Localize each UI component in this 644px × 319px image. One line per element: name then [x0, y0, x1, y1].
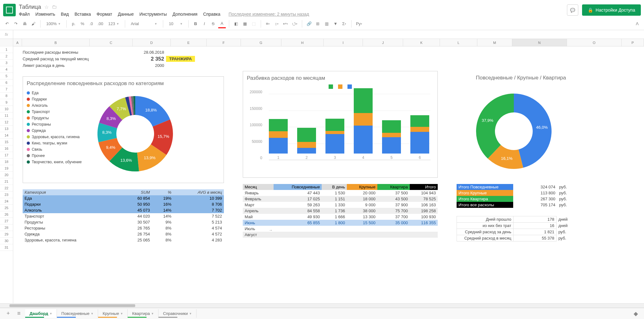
column-headers[interactable]: ABCDEFGHIJKLMNOP — [13, 39, 644, 46]
svg-text:37,9%: 37,9% — [482, 118, 493, 123]
comment-icon[interactable]: ⊞ — [314, 19, 322, 28]
menubar: ФайлИзменитьВидВставкаФорматДанныеИнстру… — [19, 10, 567, 17]
paint-format-icon[interactable]: 🖌 — [30, 19, 37, 28]
info-value: 2 352 — [136, 56, 164, 62]
chart-title: Распределение повседневных расходов по к… — [27, 80, 220, 87]
stats-table[interactable]: Дней прошло178днейиз них без трат16днейС… — [457, 216, 570, 241]
svg-text:7,7%: 7,7% — [117, 106, 126, 111]
svg-text:8,3%: 8,3% — [106, 116, 116, 121]
borders-icon[interactable]: ▦ — [241, 19, 249, 28]
format-more[interactable]: 123▼ — [106, 19, 122, 28]
menu-Файл[interactable]: Файл — [19, 12, 30, 17]
menu-Справка[interactable]: Справка — [203, 12, 220, 17]
svg-text:18,8%: 18,8% — [145, 108, 157, 112]
link-icon[interactable]: 🔗 — [305, 19, 313, 28]
lock-icon: 🔒 — [588, 8, 593, 13]
merge-icon[interactable]: ⬚ — [250, 19, 258, 28]
row-arrow-icon: → — [269, 228, 273, 232]
sheet-tab[interactable]: Квартира ▼ — [128, 309, 158, 318]
menu-Дополнения[interactable]: Дополнения — [173, 12, 197, 17]
chart-legend: ЕдаПодаркиАлкогольТранспортПродуктыРесто… — [27, 90, 82, 175]
doc-title[interactable]: Таблица — [19, 4, 41, 10]
star-icon[interactable]: ☆ — [44, 4, 49, 10]
chart-summary-donut[interactable]: Повседневные / Крупные / Квартира 46,0%1… — [457, 71, 570, 178]
horizontal-scrollbar[interactable] — [0, 303, 644, 308]
menu-Инструменты[interactable]: Инструменты — [139, 12, 167, 17]
formula-input[interactable] — [13, 32, 644, 37]
rotate-icon[interactable]: ⭯▾ — [291, 19, 299, 28]
fill-color-icon[interactable]: ◧ — [232, 19, 240, 28]
donut-chart-svg: 46,0%16,1%37,9% — [460, 84, 561, 172]
info-value: 28.06.2018 — [136, 50, 164, 55]
svg-text:13,9%: 13,9% — [144, 155, 155, 160]
chart-title: Разбивка расходов по месяцам — [247, 75, 434, 81]
print-icon[interactable]: 🖶 — [21, 19, 28, 28]
menu-Вставка[interactable]: Вставка — [75, 12, 91, 17]
fx-icon: fx — [0, 30, 13, 39]
menu-Данные[interactable]: Данные — [118, 12, 134, 17]
chart-monthly-bars[interactable]: Разбивка расходов по месяцам 05000010000… — [243, 71, 438, 178]
wrap-icon[interactable]: ↩▾ — [282, 19, 289, 28]
collapse-toolbar-icon[interactable]: ᐱ — [633, 19, 641, 28]
app-header: Таблица ☆ 🗀 ФайлИзменитьВидВставкаФормат… — [0, 0, 644, 18]
increase-decimal[interactable]: .00 — [96, 19, 104, 28]
status-badge: ТРАНЖИРА — [166, 56, 195, 62]
info-label: Лимит расхода в день — [23, 63, 136, 68]
functions-icon[interactable]: Σ▾ — [341, 19, 348, 28]
halign-icon[interactable]: ≡▾ — [264, 19, 272, 28]
input-lang[interactable]: Ру▾ — [355, 19, 364, 28]
text-color-icon[interactable]: A — [218, 19, 226, 28]
chart-title: Повседневные / Крупные / Квартира — [460, 75, 566, 81]
chart-categories-donut[interactable]: Распределение повседневных расходов по к… — [23, 76, 224, 183]
redo-icon[interactable]: ↷ — [12, 19, 19, 28]
italic-icon[interactable]: I — [201, 19, 208, 28]
svg-text:46,0%: 46,0% — [536, 125, 548, 130]
decrease-decimal[interactable]: .0 — [87, 19, 95, 28]
valign-icon[interactable]: ↕▾ — [273, 19, 280, 28]
svg-text:9,4%: 9,4% — [106, 145, 115, 150]
bar-chart: 050000100000150000200000123456 — [247, 91, 434, 173]
format-percent[interactable]: % — [79, 19, 86, 28]
sheet-content: Последние расходы внесены28.06.2018 Сред… — [13, 46, 644, 243]
menu-Изменить[interactable]: Изменить — [35, 12, 55, 17]
sheets-logo-icon — [3, 4, 16, 16]
sheet-tab[interactable]: Дашборд ▼ — [25, 309, 57, 318]
svg-text:8,3%: 8,3% — [102, 130, 112, 135]
comments-button[interactable]: 💬 — [567, 4, 578, 16]
filter-icon[interactable]: ▼ — [332, 19, 339, 28]
toolbar: ↶ ↷ 🖶 🖌 100%▼ р. % .0 .00 123▼ Arial▼ 10… — [0, 18, 644, 30]
sheet-tabs: + ≡ Дашборд ▼Повседневные ▼Крупные ▼Квар… — [0, 308, 644, 319]
last-edit[interactable]: Последнее изменение: 2 минуты назад — [229, 12, 309, 17]
info-value: 2000 — [136, 63, 164, 68]
folder-icon[interactable]: 🗀 — [52, 4, 57, 10]
donut-chart-svg: 18,8%15,7%13,9%13,6%9,4%8,3%8,3%7,7% — [88, 90, 182, 175]
svg-text:16,1%: 16,1% — [501, 156, 513, 161]
chart-icon[interactable]: ▥ — [323, 19, 330, 28]
zoom-select[interactable]: 100%▼ — [44, 19, 63, 28]
all-sheets-button[interactable]: ≡ — [14, 310, 23, 317]
share-label: Настройки Доступа — [596, 8, 635, 13]
sheet-tab[interactable]: Повседневные ▼ — [57, 309, 98, 318]
menu-Вид[interactable]: Вид — [61, 12, 69, 17]
sheet-tab[interactable]: Справочники ▼ — [158, 309, 197, 318]
formula-bar: fx — [0, 30, 644, 39]
undo-icon[interactable]: ↶ — [3, 19, 11, 28]
explore-button[interactable]: ◆ — [631, 310, 640, 317]
font-select[interactable]: Arial▼ — [128, 19, 160, 28]
info-label: Последние расходы внесены — [23, 50, 136, 55]
font-size-select[interactable]: 10▼ — [166, 19, 185, 28]
summary-table[interactable]: Итого Повседневные324 074руб.Итого Крупн… — [457, 184, 570, 208]
row-headers[interactable]: 1234567891011121314151617181920212223242… — [0, 39, 13, 303]
info-label: Средний расход за текущий месяц — [23, 57, 136, 61]
strike-icon[interactable]: S — [209, 19, 217, 28]
categories-table[interactable]: КатегорияSUM%AVG в месяцЕда60 85419%10 3… — [23, 189, 224, 243]
bold-icon[interactable]: B — [192, 19, 199, 28]
menu-Формат[interactable]: Формат — [97, 12, 112, 17]
add-sheet-button[interactable]: + — [4, 310, 13, 317]
share-button[interactable]: 🔒 Настройки Доступа — [582, 4, 641, 16]
svg-text:13,6%: 13,6% — [120, 158, 132, 163]
svg-text:15,7%: 15,7% — [158, 134, 169, 139]
format-currency[interactable]: р. — [70, 19, 77, 28]
sheet-tab[interactable]: Крупные ▼ — [98, 309, 128, 318]
